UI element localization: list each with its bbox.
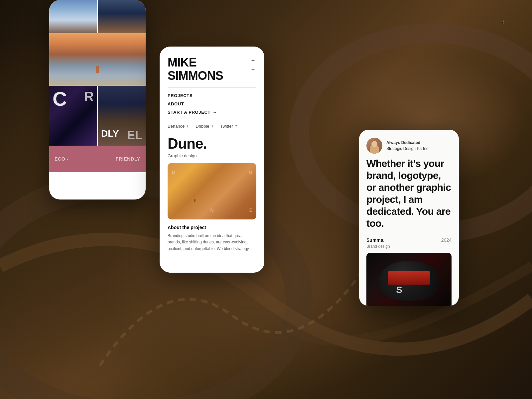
external-arrow-icon: ↗ (209, 124, 215, 129)
plus-btn-1[interactable]: + (250, 57, 256, 64)
social-behance[interactable]: Behance ↗ (168, 124, 189, 129)
racing-s-icon: S (396, 285, 403, 295)
image-space (49, 86, 97, 146)
friendly-label: FRIENDLY (116, 156, 140, 162)
image-mountain (49, 33, 146, 86)
social-dribble[interactable]: Dribble ↗ (196, 124, 213, 129)
plus-btn-2[interactable]: + (250, 66, 256, 73)
divider-2 (168, 118, 256, 118)
image-grid (49, 0, 146, 33)
header-icons: + + (250, 57, 256, 73)
profile-role: Strategic Design Partner (386, 146, 430, 152)
phone-card-left: ECO - FRIENDLY (49, 0, 146, 200)
project-year: 2024 (441, 237, 452, 243)
card-header: MIKE SIMMONS + + (168, 56, 256, 82)
dune-letter-d: D (172, 170, 175, 175)
dune-letter-e: E (249, 207, 252, 213)
nav-projects[interactable]: PROJECTS (168, 93, 256, 98)
social-twitter[interactable]: Twitter ↗ (220, 124, 237, 129)
arrow-icon: → (212, 110, 217, 115)
phone-card-right: Always Dedicated Strategic Design Partne… (359, 130, 459, 306)
social-links: Behance ↗ Dribble ↗ Twitter ↗ (168, 124, 256, 129)
external-arrow-icon: ↗ (185, 124, 190, 129)
nav-links: PROJECTS ABOUT START A PROJECT → (168, 93, 256, 115)
external-arrow-icon: ↗ (233, 124, 239, 129)
visor-shape (388, 271, 430, 285)
profile-text: Always Dedicated Strategic Design Partne… (386, 140, 430, 152)
project-name: Summa. (366, 237, 384, 243)
dune-letter-u: U (249, 170, 252, 175)
project-title: Dune. (168, 135, 256, 152)
project-row: Summa. 2024 (366, 237, 452, 243)
nav-about[interactable]: ABOUT (168, 101, 256, 106)
image-rocks (98, 86, 146, 146)
image-blue-2 (98, 0, 146, 33)
project-image-dune: D U N E (168, 163, 256, 219)
dune-image: D U N E (168, 163, 256, 219)
phone-card-center: MIKE SIMMONS + + PROJECTS ABOUT START A … (160, 47, 264, 273)
racing-image: S (366, 253, 452, 306)
avatar (366, 138, 382, 154)
profile-row: Always Dedicated Strategic Design Partne… (366, 138, 452, 154)
dune-letter-n: N (210, 207, 213, 213)
project-subtitle: Graphic design (168, 153, 256, 158)
profile-dedicated: Always Dedicated (386, 140, 430, 146)
designer-name: MIKE SIMMONS (168, 56, 223, 82)
image-blue-1 (49, 0, 97, 33)
image-grid-2 (49, 86, 146, 146)
eco-label: ECO - (55, 156, 68, 162)
project-type: Brand design (366, 244, 452, 249)
about-project-title: About the project (168, 225, 256, 230)
nav-start-project[interactable]: START A PROJECT → (168, 110, 256, 115)
tagline: Whether it's your brand, logotype, or an… (366, 158, 452, 229)
about-project-text: Branding studio built on the idea that g… (168, 233, 256, 252)
image-pink-bar: ECO - FRIENDLY (49, 146, 146, 172)
plus-icon-corner[interactable]: + (501, 17, 505, 27)
divider-1 (168, 87, 256, 88)
